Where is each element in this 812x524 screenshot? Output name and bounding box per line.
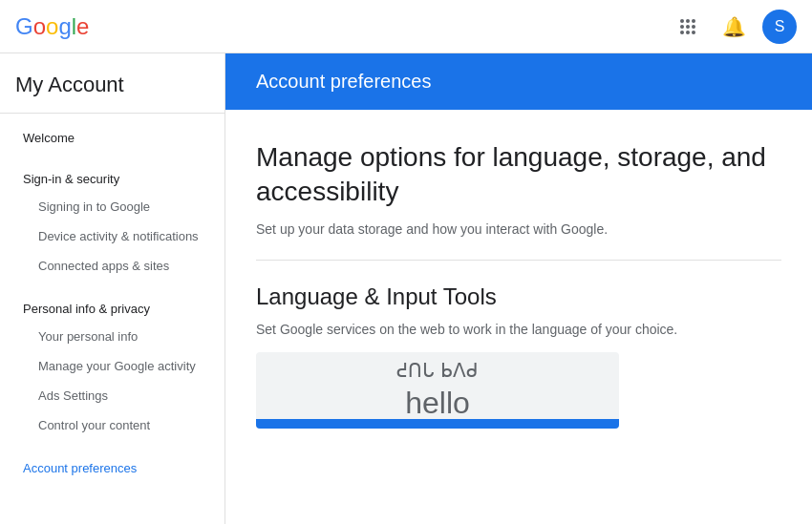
sidebar-section-personal: Personal info & privacy Your personal in… <box>0 284 224 444</box>
sidebar-title: My Account <box>0 53 224 114</box>
logo-e: e <box>76 13 89 40</box>
avatar-letter: S <box>775 18 785 35</box>
section-divider <box>256 260 781 261</box>
avatar-button[interactable]: S <box>762 10 797 44</box>
sub-section-subtitle: Set Google services on the web to work i… <box>256 322 781 337</box>
logo-g: G <box>15 13 33 40</box>
sidebar-section-personal-header[interactable]: Personal info & privacy <box>0 296 224 322</box>
sidebar-item-personal-info[interactable]: Your personal info <box>0 322 224 351</box>
main-layout: My Account Welcome Sign-in & security Si… <box>0 53 812 524</box>
content-body: Manage options for language, storage, an… <box>225 110 812 429</box>
header-right: 🔔 S <box>671 10 797 44</box>
sub-section-title: Language & Input Tools <box>256 283 781 310</box>
grid-icon <box>680 19 695 34</box>
google-logo: G o o g l e <box>15 13 89 40</box>
main-section-subtitle: Set up your data storage and how you int… <box>256 221 781 237</box>
content-header-title: Account preferences <box>256 71 781 93</box>
content-header: Account preferences <box>225 53 812 110</box>
logo-o1: o <box>33 13 46 40</box>
language-card[interactable]: ᕍᑎᒐ ᖯᐱᑯ hello <box>256 352 619 429</box>
logo-o2: o <box>46 13 58 40</box>
logo-g2: g <box>58 13 71 40</box>
app-header: G o o g l e 🔔 S <box>0 0 812 53</box>
language-card-bar <box>256 419 619 429</box>
sidebar-section-account-pref-header[interactable]: Account preferences <box>0 455 224 481</box>
sidebar-item-ads-settings[interactable]: Ads Settings <box>0 381 224 410</box>
sidebar-section-account-pref: Account preferences <box>0 444 224 485</box>
sidebar-section-welcome-header[interactable]: Welcome <box>0 125 224 151</box>
language-card-content: ᕍᑎᒐ ᖯᐱᑯ hello <box>396 359 479 421</box>
language-card-hello: hello <box>405 386 470 420</box>
sidebar-section-signin: Sign-in & security Signing in to Google … <box>0 155 224 284</box>
main-section-title: Manage options for language, storage, an… <box>256 140 781 210</box>
header-left: G o o g l e <box>15 13 89 40</box>
sidebar-item-connected-apps[interactable]: Connected apps & sites <box>0 251 224 281</box>
language-card-foreign: ᕍᑎᒐ ᖯᐱᑯ <box>396 359 479 382</box>
bell-icon: 🔔 <box>722 15 746 38</box>
sidebar-item-device-activity[interactable]: Device activity & notifications <box>0 221 224 251</box>
content-area: Account preferences Manage options for l… <box>225 53 812 524</box>
sidebar-section-signin-header[interactable]: Sign-in & security <box>0 166 224 192</box>
notifications-button[interactable]: 🔔 <box>716 10 751 44</box>
sidebar-section-welcome: Welcome <box>0 114 224 155</box>
apps-button[interactable] <box>671 10 705 44</box>
sidebar-item-control-content[interactable]: Control your content <box>0 410 224 440</box>
sidebar: My Account Welcome Sign-in & security Si… <box>0 53 225 524</box>
sidebar-item-signing-in[interactable]: Signing in to Google <box>0 192 224 221</box>
sidebar-item-manage-activity[interactable]: Manage your Google activity <box>0 351 224 381</box>
